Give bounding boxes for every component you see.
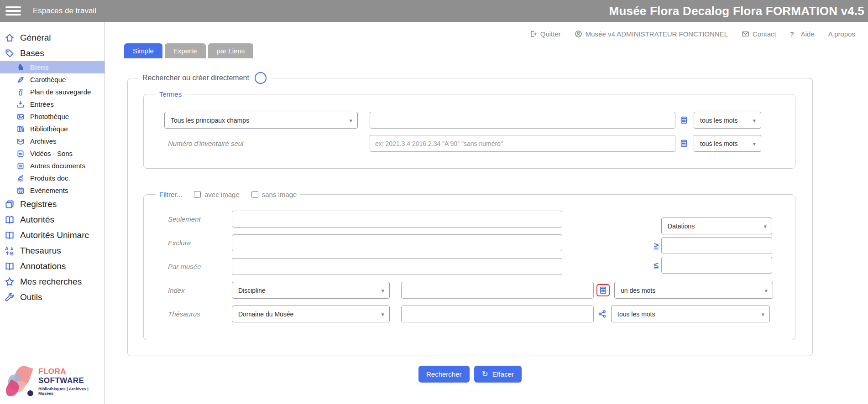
sidebar-item-produits-doc[interactable]: Produits doc.: [0, 172, 105, 184]
sidebar-item-label: Autres documents: [30, 162, 85, 170]
sidebar-item-phototheque[interactable]: Photothèque: [0, 110, 105, 123]
index-list-icon[interactable]: [680, 116, 688, 124]
open-book-icon: [5, 230, 15, 240]
match-select-1[interactable]: tous les mots: [694, 112, 761, 129]
sidebar-item-registres[interactable]: Registres: [0, 197, 105, 212]
logo-tagline: Bibliothèques | Archives | Musées: [38, 387, 101, 396]
sidebar-item-label: Registres: [20, 199, 57, 209]
rechercher-button[interactable]: Rechercher: [418, 366, 470, 383]
refresh-icon: ↻: [482, 369, 488, 379]
copies-icon: [5, 199, 15, 209]
thesaurus-select[interactable]: Domaine du Musée: [232, 306, 390, 322]
quitter-link[interactable]: Quitter: [529, 30, 561, 38]
sans-image-checkbox[interactable]: [251, 191, 258, 198]
sidebar-item-videos-sons[interactable]: Vidéos - Sons: [0, 147, 105, 160]
calendar-icon: [16, 186, 25, 195]
sidebar-item-label: Vidéos - Sons: [30, 150, 73, 157]
index-list-icon[interactable]: [599, 286, 607, 295]
sidebar-item-autres-documents[interactable]: Autres documents: [0, 160, 105, 172]
termes-section: Termes Tous les principaux champs tous l…: [143, 90, 795, 169]
rechercher-label: Rechercher: [426, 370, 462, 378]
add-record-button[interactable]: [255, 72, 267, 84]
sidebar-item-label: Plan de sauvegarde: [30, 88, 91, 96]
thesaurus-input[interactable]: [401, 306, 594, 322]
user-icon: [575, 30, 582, 38]
sidebar-item-entrees[interactable]: Entrées: [0, 98, 105, 110]
extinguisher-icon: [16, 88, 25, 96]
sidebar-item-label: Bases: [20, 48, 44, 58]
app-title: Musée Flora Decalog Flora FORMATION v4.5: [609, 4, 864, 18]
open-book-icon: [5, 215, 15, 225]
aide-link[interactable]: ?Aide: [790, 30, 815, 38]
effacer-label: Effacer: [492, 370, 514, 378]
avec-image-checkbox[interactable]: [194, 191, 201, 198]
svg-text:B: B: [10, 251, 14, 256]
sidebar-item-label: Autorités Unimarc: [20, 230, 89, 240]
sidebar-item-general[interactable]: Général: [0, 30, 105, 46]
logo-brand: FLORA SOFTWARE: [38, 367, 101, 385]
sidebar-item-autorites[interactable]: Autorités: [0, 212, 105, 228]
sidebar-item-autorites-unimarc[interactable]: Autorités Unimarc: [0, 228, 105, 243]
search-mode-tabs: Simple Experte par Liens: [124, 43, 868, 58]
sidebar-item-label: Thesaurus: [20, 246, 61, 256]
sidebar-item-label: Evènements: [30, 186, 68, 194]
tab-par-liens[interactable]: par Liens: [208, 43, 254, 58]
avec-image-label: avec image: [204, 191, 240, 198]
index-match-select[interactable]: un des mots: [614, 282, 773, 299]
search-panel-title: Rechercher ou créer directement: [142, 74, 249, 82]
sidebar-item-biens[interactable]: ♞Biens: [0, 61, 105, 73]
index-select[interactable]: Discipline: [232, 282, 390, 299]
utility-links: Quitter Musée v4 ADMINISTRATEUR FONCTION…: [105, 22, 868, 38]
exclure-input[interactable]: [232, 234, 562, 251]
sidebar: GénéralBases♞BiensCarothèquePlan de sauv…: [0, 22, 105, 404]
term-input[interactable]: [370, 112, 675, 129]
seulement-input[interactable]: [232, 211, 562, 228]
logo-flower-icon: [3, 365, 36, 398]
video-file-icon: [16, 150, 25, 158]
datation-min-input[interactable]: [661, 237, 772, 254]
match-select-2[interactable]: tous les mots: [694, 135, 761, 152]
sidebar-item-label: Entrées: [30, 100, 54, 108]
sidebar-item-annotations[interactable]: Annotations: [0, 259, 105, 274]
datations-block: Datations ≥ ≤: [651, 215, 772, 274]
sidebar-item-label: Carothèque: [30, 76, 66, 83]
a-propos-link[interactable]: A propos: [828, 30, 855, 38]
effacer-button[interactable]: ↻Effacer: [474, 366, 522, 383]
document-icon: [16, 162, 25, 170]
sidebar-item-archives[interactable]: Archives: [0, 135, 105, 147]
contact-label: Contact: [753, 30, 776, 38]
par-musee-input[interactable]: [232, 258, 562, 275]
filtrer-section: Filtrer... avec image sans image Seuleme…: [143, 191, 795, 340]
sidebar-item-mes-recherches[interactable]: Mes recherches: [0, 274, 105, 290]
datation-max-input[interactable]: [661, 257, 772, 274]
datations-select[interactable]: Datations: [661, 218, 772, 234]
current-user[interactable]: Musée v4 ADMINISTRATEUR FONCTIONNEL: [575, 30, 728, 38]
sidebar-item-label: Outils: [20, 292, 42, 302]
sort-alpha-icon: AB: [5, 246, 15, 256]
contact-link[interactable]: Contact: [742, 30, 776, 38]
field-select[interactable]: Tous les principaux champs: [164, 112, 358, 129]
hamburger-menu-icon[interactable]: [5, 6, 21, 16]
sidebar-item-plan-de-sauvegarde[interactable]: Plan de sauvegarde: [0, 86, 105, 98]
sidebar-item-bibliotheque[interactable]: Bibliothèque: [0, 123, 105, 135]
main-content: Quitter Musée v4 ADMINISTRATEUR FONCTION…: [105, 22, 868, 404]
sidebar-item-carotheque[interactable]: Carothèque: [0, 73, 105, 86]
sidebar-item-evenements[interactable]: Evènements: [0, 184, 105, 197]
sidebar-item-label: Général: [20, 33, 51, 43]
sidebar-item-thesaurus[interactable]: ABThesaurus: [0, 243, 105, 259]
inventory-number-input[interactable]: [370, 135, 675, 152]
sidebar-item-outils[interactable]: Outils: [0, 290, 105, 305]
lte-symbol[interactable]: ≤: [654, 260, 659, 270]
index-list-icon[interactable]: [680, 139, 688, 148]
tab-simple[interactable]: Simple: [124, 43, 162, 58]
sidebar-item-label: Mes recherches: [20, 277, 82, 287]
gte-symbol[interactable]: ≥: [654, 241, 659, 251]
thesaurus-match-select[interactable]: tous les mots: [611, 306, 770, 322]
books-icon: [16, 125, 25, 133]
sidebar-item-label: Photothèque: [30, 113, 69, 120]
tab-experte[interactable]: Experte: [165, 43, 206, 58]
thesaurus-tree-icon[interactable]: [598, 310, 607, 318]
sidebar-item-label: Autorités: [20, 215, 54, 225]
sidebar-item-bases[interactable]: Bases: [0, 46, 105, 61]
index-input[interactable]: [401, 282, 594, 299]
